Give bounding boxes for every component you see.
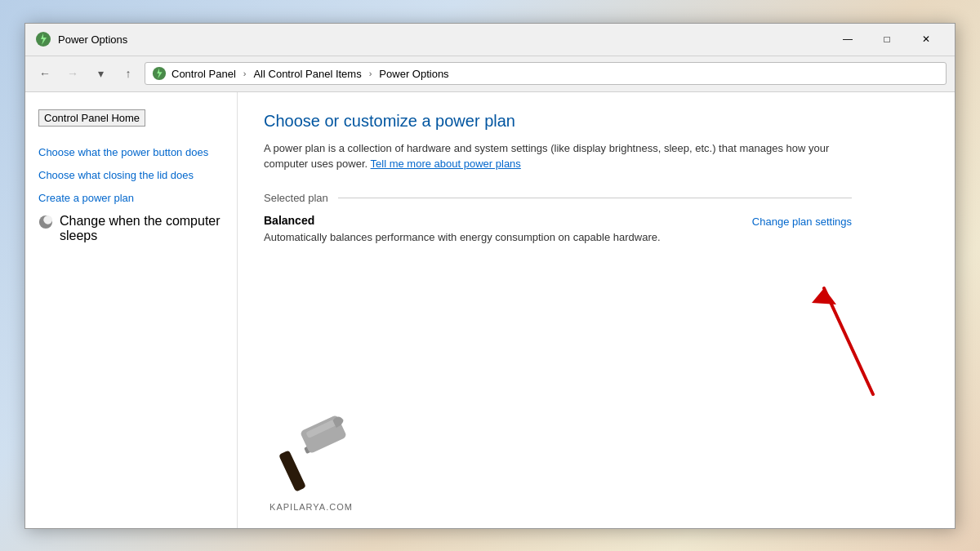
breadcrumb-control-panel[interactable]: Control Panel (172, 68, 236, 80)
up-button[interactable]: ↑ (117, 62, 140, 85)
svg-point-3 (43, 216, 52, 224)
forward-button[interactable]: → (61, 62, 84, 85)
main-window: Power Options — □ ✕ ← → ▾ ↑ Control Pane… (24, 23, 956, 529)
plan-row: Balanced Automatically balances performa… (264, 214, 852, 245)
breadcrumb-all-items[interactable]: All Control Panel Items (253, 68, 361, 80)
maximize-button[interactable]: □ (868, 27, 906, 51)
folder-icon (152, 66, 167, 81)
content-description: A power plan is a collection of hardware… (264, 140, 852, 172)
selected-plan-label: Selected plan (264, 192, 852, 204)
hammer-icon (262, 406, 360, 495)
svg-rect-4 (278, 450, 306, 491)
window-title: Power Options (58, 33, 127, 46)
create-plan-link[interactable]: Create a power plan (38, 191, 134, 206)
title-bar: Power Options — □ ✕ (25, 24, 955, 56)
address-bar: ← → ▾ ↑ Control Panel › All Control Pane… (25, 56, 955, 92)
change-plan-settings-link[interactable]: Change plan settings (752, 216, 852, 228)
dropdown-button[interactable]: ▾ (89, 62, 112, 85)
app-icon (35, 31, 51, 47)
svg-marker-9 (812, 288, 836, 304)
plan-name: Balanced (264, 214, 661, 227)
plan-info: Balanced Automatically balances performa… (264, 214, 661, 245)
hammer-illustration: KAPILARYA.COM (262, 406, 360, 512)
description-text: A power plan is a collection of hardware… (264, 142, 829, 171)
plan-description: Automatically balances performance with … (264, 230, 661, 245)
learn-more-link[interactable]: Tell me more about power plans (371, 158, 521, 170)
sleep-link[interactable]: Change when the computer sleeps (60, 214, 224, 243)
sidebar-item-lid[interactable]: Choose what closing the lid does (25, 164, 237, 187)
page-title: Choose or customize a power plan (264, 112, 929, 131)
sidebar-home: Control Panel Home (25, 105, 237, 133)
main-area: Control Panel Home Choose what the power… (25, 92, 955, 528)
minimize-button[interactable]: — (829, 27, 866, 51)
sidebar-item-power-button[interactable]: Choose what the power button does (25, 141, 237, 164)
arrow-svg (808, 272, 906, 402)
power-button-link[interactable]: Choose what the power button does (38, 145, 208, 160)
sidebar: Control Panel Home Choose what the power… (25, 92, 238, 528)
breadcrumb-power-options[interactable]: Power Options (379, 68, 448, 80)
address-field[interactable]: Control Panel › All Control Panel Items … (145, 62, 947, 85)
svg-line-8 (824, 288, 873, 394)
window-controls: — □ ✕ (829, 27, 945, 51)
watermark: KAPILARYA.COM (262, 502, 360, 512)
sidebar-item-sleep[interactable]: Change when the computer sleeps (25, 210, 237, 247)
moon-icon (38, 215, 53, 229)
close-button[interactable]: ✕ (907, 27, 945, 51)
back-button[interactable]: ← (33, 62, 56, 85)
sidebar-item-create-plan[interactable]: Create a power plan (25, 187, 237, 210)
lid-link[interactable]: Choose what closing the lid does (38, 168, 194, 183)
red-arrow (808, 272, 906, 402)
content-area: Choose or customize a power plan A power… (238, 92, 955, 528)
control-panel-home-link[interactable]: Control Panel Home (38, 109, 145, 127)
selected-plan-section: Selected plan Balanced Automatically bal… (264, 192, 852, 245)
